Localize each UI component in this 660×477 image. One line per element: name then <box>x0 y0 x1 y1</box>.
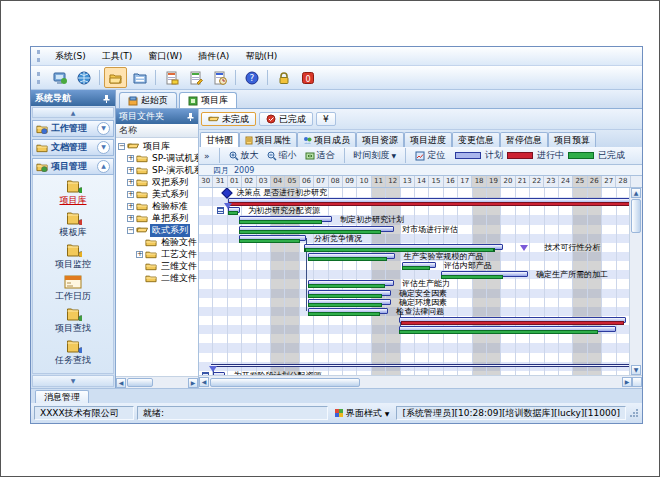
gantt-horizontal-scrollbar[interactable]: ◀ ▶ <box>199 375 642 388</box>
expand-icon[interactable]: + <box>127 215 134 222</box>
gantt-bar-progress[interactable] <box>441 275 503 279</box>
tree-item-SP-调试机系[interactable]: +SP-调试机系 <box>116 152 198 164</box>
scroll-right-arrow[interactable]: ▶ <box>188 378 198 388</box>
sidebar-item-项目监控[interactable]: 项目监控 <box>33 242 113 271</box>
collapse-icon[interactable]: − <box>127 227 134 234</box>
zoom-in-button[interactable]: 放大 <box>227 149 261 162</box>
scroll-down-arrow[interactable]: ▼ <box>631 365 641 375</box>
tree-horizontal-scrollbar[interactable]: ◀ ▶ <box>116 376 198 388</box>
gantt-bar-progress[interactable] <box>239 239 300 243</box>
subtab-甘特图[interactable]: 甘特图 <box>200 132 239 147</box>
collapse-icon[interactable]: − <box>118 143 125 150</box>
tree-item-三维文件[interactable]: 三维文件 <box>116 260 198 272</box>
tree-item-欧式系列[interactable]: −欧式系列 <box>116 224 198 236</box>
expand-icon[interactable]: + <box>127 179 134 186</box>
gantt-bar-progress[interactable] <box>308 294 382 298</box>
expand-icon[interactable]: + <box>136 251 143 258</box>
sidebar-more-button[interactable]: ▼ <box>32 375 114 387</box>
expand-icon[interactable]: + <box>127 191 134 198</box>
pin-icon[interactable] <box>186 112 195 121</box>
scroll-thumb[interactable] <box>127 378 153 387</box>
scroll-thumb[interactable] <box>631 199 641 233</box>
menu-item-帮助(H)[interactable]: 帮助(H) <box>237 49 285 63</box>
scroll-up-arrow[interactable]: ▲ <box>631 188 641 198</box>
exit-icon[interactable]: 0 <box>296 67 319 88</box>
gantt-bar-progress[interactable] <box>308 284 385 288</box>
sidebar-item-项目库[interactable]: 项目库 <box>33 178 113 207</box>
tree-item-单把系列[interactable]: +单把系列 <box>116 212 198 224</box>
sidebar-panel-工作管理[interactable]: 工作管理▼ <box>32 120 114 137</box>
zoom-out-button[interactable]: 缩小 <box>265 149 299 162</box>
subtab-项目属性[interactable]: 项目属性 <box>239 132 297 147</box>
summary-bar[interactable] <box>211 364 629 367</box>
sidebar-item-工作日历[interactable]: 工作日历 <box>33 274 113 303</box>
gantt-bar-progress[interactable] <box>308 312 379 316</box>
chevron-up-icon[interactable]: ▲ <box>97 160 110 173</box>
tree-item-双把系列[interactable]: +双把系列 <box>116 176 198 188</box>
filter-tab-未完成[interactable]: 未完成 <box>201 112 256 126</box>
menu-item-插件(A)[interactable]: 插件(A) <box>190 49 237 63</box>
sidebar-panel-文档管理[interactable]: 文档管理▼ <box>32 139 114 156</box>
globe-icon[interactable] <box>72 67 95 88</box>
filter-tab-已完成[interactable]: 已完成 <box>259 112 313 126</box>
timescale-dropdown[interactable]: 时间刻度 ▼ <box>352 149 399 162</box>
gantt-bar-progress[interactable] <box>239 220 322 224</box>
fit-button[interactable]: 适合 <box>303 149 337 162</box>
ui-style-dropdown[interactable]: 界面样式 ▼ <box>331 406 394 420</box>
gantt-bar-progress[interactable] <box>308 257 386 261</box>
folder-open-icon[interactable] <box>104 67 127 88</box>
subtab-项目预算[interactable]: 项目预算 <box>548 132 596 147</box>
chevron-down-icon[interactable]: ▼ <box>97 141 110 154</box>
scroll-thumb[interactable] <box>210 378 360 387</box>
sidebar-panel-项目管理[interactable]: 项目管理▲ <box>32 158 114 175</box>
subtab-项目进度[interactable]: 项目进度 <box>404 132 452 147</box>
subtab-项目资源[interactable]: 项目资源 <box>356 132 404 147</box>
tree-item-检验文件[interactable]: 检验文件 <box>116 236 198 248</box>
gantt-vertical-scrollbar[interactable]: ▲ ▼ <box>629 188 642 375</box>
tree-item-二维文件[interactable]: 二维文件 <box>116 272 198 284</box>
resize-grip[interactable] <box>630 409 639 418</box>
tree-item-项目库[interactable]: −项目库 <box>116 140 198 152</box>
filter-tab-¥[interactable]: ¥ <box>316 112 336 126</box>
tab-项目库[interactable]: 项目库 <box>179 92 237 108</box>
tree-column-header[interactable]: 名称 <box>116 124 198 138</box>
chevron-down-icon[interactable]: ▼ <box>97 122 110 135</box>
report-clock-icon[interactable] <box>208 67 231 88</box>
menu-item-窗口(W)[interactable]: 窗口(W) <box>140 49 190 63</box>
report-edit-icon[interactable] <box>184 67 207 88</box>
lock-icon[interactable] <box>272 67 295 88</box>
sidebar-item-项目查找[interactable]: 项目查找 <box>33 306 113 335</box>
locate-button[interactable]: 定位 <box>413 149 447 162</box>
tab-起始页[interactable]: 起始页 <box>119 92 177 108</box>
scroll-left-arrow[interactable]: ◀ <box>199 377 209 387</box>
subtab-暂停信息[interactable]: 暂停信息 <box>500 132 548 147</box>
expand-icon[interactable]: + <box>127 167 134 174</box>
help-icon[interactable]: ? <box>240 67 263 88</box>
gantt-bar-progress[interactable] <box>402 266 430 270</box>
gantt-bar-progress[interactable] <box>399 330 598 334</box>
subtab-变更信息[interactable]: 变更信息 <box>452 132 500 147</box>
expand-icon[interactable]: + <box>127 203 134 210</box>
gantt-bar-inprogress[interactable] <box>401 321 625 325</box>
sidebar-item-任务查找[interactable]: 任务查找 <box>33 338 113 367</box>
message-manager-tab[interactable]: 消息管理 <box>35 390 89 403</box>
sidebar-collapse-button[interactable]: ▲ <box>32 107 114 118</box>
folder-view-icon[interactable] <box>128 67 151 88</box>
expand-icon[interactable]: + <box>127 155 134 162</box>
tree-item-SP-演示机系[interactable]: +SP-演示机系 <box>116 164 198 176</box>
sidebar-item-项目文档查找[interactable]: 项目文档查找 <box>33 370 113 374</box>
gantt-bar-plan[interactable] <box>213 372 225 375</box>
computer-icon[interactable] <box>48 67 71 88</box>
gantt-bar-progress[interactable] <box>308 303 382 307</box>
menu-item-系统(S)[interactable]: 系统(S) <box>47 49 94 63</box>
menu-item-工具(T)[interactable]: 工具(T) <box>94 49 141 63</box>
pin-icon[interactable] <box>102 94 111 103</box>
subtab-项目成员[interactable]: 项目成员 <box>297 132 356 147</box>
scroll-right-arrow[interactable]: ▶ <box>622 377 632 387</box>
tree-item-美式系列[interactable]: +美式系列 <box>116 188 198 200</box>
tree-item-检验标准[interactable]: +检验标准 <box>116 200 198 212</box>
gantt-chart[interactable]: 决策点 是否进行初步研究为初步研究分配资源制定初步研究计划对市场进行评估分析竞争… <box>199 188 629 375</box>
report-mail-icon[interactable] <box>160 67 183 88</box>
toolbar-overflow-button[interactable]: » <box>202 151 212 161</box>
gantt-bar-progress[interactable] <box>228 211 239 215</box>
